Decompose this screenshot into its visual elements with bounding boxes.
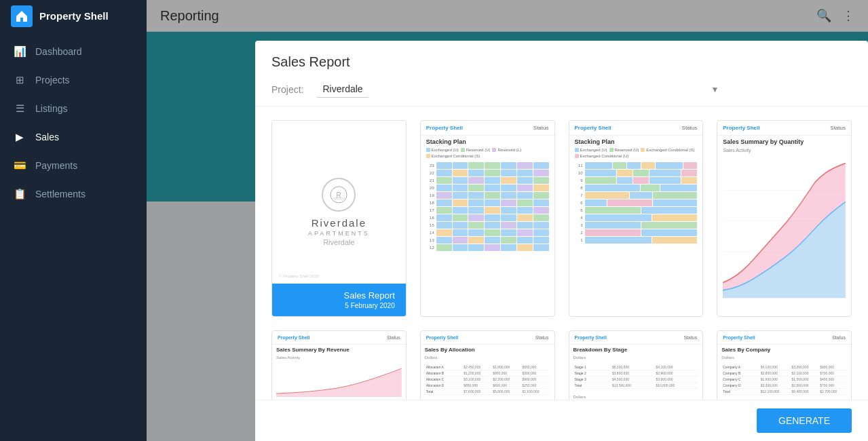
sales-allocation-subtitle: Dollars [421, 355, 554, 360]
sidebar-item-sales[interactable]: ▶ Sales [0, 123, 147, 151]
stacking2-legend: Exchanged (U) Reserved (U) Exchanged Con… [569, 147, 703, 161]
sales-summary-title: Sales Summary by Quantity [717, 136, 851, 147]
logo-text: Property Shell [39, 10, 109, 22]
report-grid-row1: R Riverdale APARTMENTS Riverdale © Prope… [271, 120, 852, 317]
projects-icon: ⊞ [14, 74, 26, 86]
sidebar-item-label: Projects [35, 75, 70, 85]
stacking2-status: Status [682, 125, 698, 131]
stacking2-brand: Property Shell [575, 125, 611, 131]
stacking1-header: Property Shell Status [421, 121, 554, 136]
cover-small-footer: © Property Shell 2020 [272, 271, 406, 281]
report-card-sales-revenue[interactable]: Property Shell Status Sales Summary By R… [271, 330, 407, 400]
generate-button[interactable]: GENERATE [757, 408, 852, 433]
sidebar-item-label: Payments [35, 160, 77, 171]
stacking2-grid: 11 10 9 8 7 [569, 161, 703, 316]
project-label: Project: [271, 84, 303, 95]
project-selector: Project: Riverdale ▼ [271, 81, 852, 98]
cover-logo-area: R Riverdale APARTMENTS Riverdale [308, 178, 370, 246]
breakdown-stage-status: Status [683, 335, 697, 340]
sales-summary-content: Property Shell Status Sales Summary by Q… [717, 121, 851, 316]
breakdown-stage-title: Breakdown By Stage [569, 345, 703, 355]
sales-summary-brand: Property Shell [723, 125, 759, 131]
cover-footer: Sales Report 5 February 2020 [272, 284, 406, 316]
stacking1-brand: Property Shell [426, 125, 463, 131]
report-card-stacking1[interactable]: Property Shell Status Stacking Plan Exch… [420, 120, 555, 317]
sales-icon: ▶ [14, 131, 26, 143]
sales-allocation-status: Status [535, 335, 549, 340]
stacking2-title: Stacking Plan [569, 136, 703, 147]
report-card-sales-company[interactable]: Property Shell Status Sales By Company D… [717, 330, 852, 400]
sales-revenue-subtitle: Sales Activity [272, 355, 406, 360]
settlements-icon: 📋 [14, 188, 26, 200]
sales-allocation-brand: Property Shell [426, 335, 458, 340]
sidebar: Property Shell 📊 Dashboard ⊞ Projects ☰ … [0, 0, 147, 441]
sales-revenue-title: Sales Summary By Revenue [272, 345, 406, 355]
cover-emblem: R [322, 178, 356, 212]
sales-revenue-header: Property Shell Status [272, 331, 406, 345]
breakdown-stage-subtitle: Dollars [569, 355, 703, 360]
breakdown-stage-subtitle2: Dollars [569, 394, 703, 400]
sales-company-title: Sales By Company [717, 345, 851, 355]
modal-body: R Riverdale APARTMENTS Riverdale © Prope… [255, 107, 868, 400]
stacking2-header: Property Shell Status [569, 121, 703, 136]
cover-report-title: Sales Report [283, 290, 395, 301]
stacking2-content: Property Shell Status Stacking Plan Exch… [569, 121, 703, 316]
logo-icon [11, 5, 33, 27]
stacking1-status: Status [533, 125, 549, 131]
project-select-wrapper: Riverdale ▼ [317, 81, 724, 98]
sales-company-table: Company A$4,100,000$3,200,000$900,000 Co… [717, 360, 851, 398]
sales-revenue-brand: Property Shell [278, 335, 309, 340]
cover-card-content: R Riverdale APARTMENTS Riverdale © Prope… [272, 121, 406, 316]
dashboard-icon: 📊 [14, 45, 26, 58]
sidebar-item-label: Settlements [35, 189, 86, 199]
sales-revenue-status: Status [387, 335, 400, 340]
report-card-breakdown-stage[interactable]: Property Shell Status Breakdown By Stage… [569, 330, 704, 400]
select-arrow-icon: ▼ [711, 85, 719, 94]
breakdown-stage-table: Stage 1$5,200,000$4,100,000 Stage 2$3,80… [569, 360, 703, 391]
modal-header: Sales Report Project: Riverdale ▼ [255, 41, 868, 107]
sidebar-item-label: Dashboard [35, 46, 82, 57]
cover-property-subtitle: APARTMENTS [308, 230, 370, 237]
sales-company-subtitle: Dollars [717, 355, 851, 360]
report-card-stacking2[interactable]: Property Shell Status Stacking Plan Exch… [569, 120, 704, 317]
sales-allocation-table: Allocation A$2,450,000$1,800,000$650,000… [421, 360, 554, 398]
cover-property-name: Riverdale [312, 217, 366, 229]
sales-summary-status: Status [830, 125, 846, 131]
cover-report-date: 5 February 2020 [283, 302, 395, 309]
report-card-sales-summary[interactable]: Property Shell Status Sales Summary by Q… [717, 120, 852, 317]
sidebar-item-listings[interactable]: ☰ Listings [0, 94, 147, 123]
report-card-cover[interactable]: R Riverdale APARTMENTS Riverdale © Prope… [271, 120, 407, 317]
sidebar-nav: 📊 Dashboard ⊞ Projects ☰ Listings ▶ Sale… [0, 32, 147, 214]
listings-icon: ☰ [14, 102, 26, 115]
stacking1-grid: 23 22 21 20 19 [421, 161, 554, 316]
sales-revenue-chart [272, 360, 406, 400]
stacking1-title: Stacking Plan [421, 136, 554, 147]
sidebar-item-projects[interactable]: ⊞ Projects [0, 66, 147, 94]
stacking1-legend: Exchanged (U) Reserved (U) Reserved (L) … [421, 147, 554, 161]
main-area: Reporting 🔍 ⋮ TEMPLATES ▼ Sales Report P… [147, 0, 868, 441]
payments-icon: 💳 [14, 159, 26, 172]
sidebar-item-label: Listings [35, 103, 67, 114]
sidebar-item-payments[interactable]: 💳 Payments [0, 151, 147, 180]
sales-summary-header: Property Shell Status [717, 121, 851, 136]
stacking1-content: Property Shell Status Stacking Plan Exch… [421, 121, 554, 316]
report-grid-row2: Property Shell Status Sales Summary By R… [271, 330, 852, 400]
sales-allocation-title: Sales By Allocation [421, 345, 554, 355]
project-select[interactable]: Riverdale [317, 81, 369, 98]
modal-title: Sales Report [271, 54, 852, 70]
cover-property-location: Riverdale [323, 238, 354, 246]
sales-company-status: Status [832, 335, 846, 340]
sales-allocation-header: Property Shell Status [421, 331, 554, 345]
sidebar-item-settlements[interactable]: 📋 Settlements [0, 180, 147, 208]
sidebar-item-label: Sales [35, 132, 59, 142]
sales-chart-svg [723, 159, 846, 313]
sales-company-brand: Property Shell [723, 335, 755, 340]
report-card-sales-allocation[interactable]: Property Shell Status Sales By Allocatio… [420, 330, 555, 400]
breakdown-stage-header: Property Shell Status [569, 331, 703, 345]
app-logo: Property Shell [0, 0, 147, 32]
chart-y-label: Sales Activity [717, 147, 851, 154]
sidebar-item-dashboard[interactable]: 📊 Dashboard [0, 37, 147, 66]
sales-report-modal: Sales Report Project: Riverdale ▼ [255, 41, 868, 441]
breakdown-stage-brand: Property Shell [575, 335, 607, 340]
modal-footer: GENERATE [255, 400, 868, 441]
